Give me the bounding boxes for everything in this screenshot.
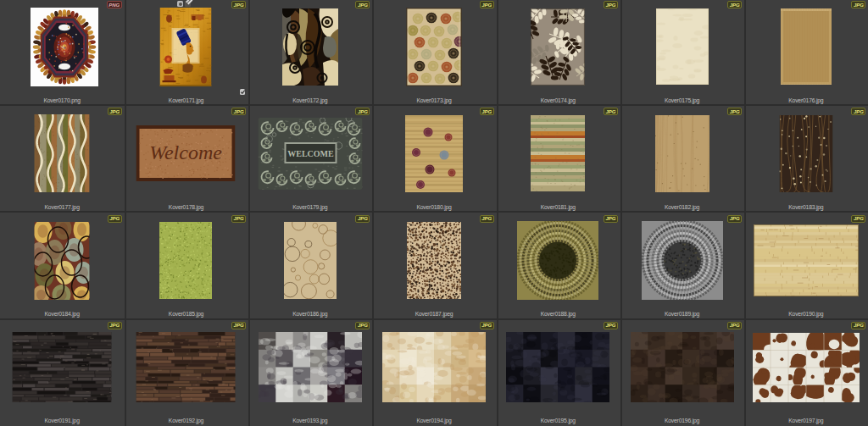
svg-text:Welcome: Welcome — [150, 141, 223, 163]
svg-text:WELCOME: WELCOME — [287, 148, 334, 158]
